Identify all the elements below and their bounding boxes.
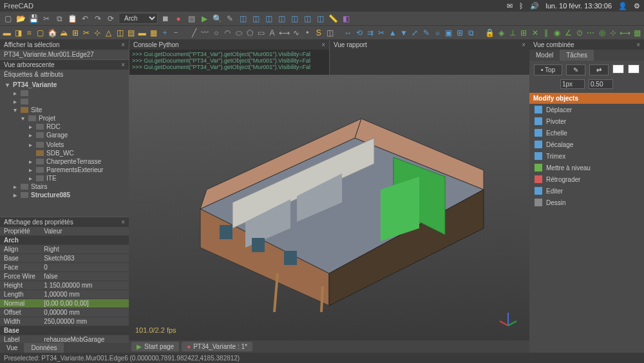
measure-icon[interactable]: 📏 — [328, 14, 338, 24]
task-move[interactable]: Déplacer — [529, 104, 644, 115]
draft-dview-icon[interactable]: ▣ — [444, 28, 453, 38]
snap-ext-icon[interactable]: ⋯ — [587, 28, 595, 38]
close-icon[interactable]: × — [121, 41, 125, 48]
draft-dim-icon[interactable]: ⟷ — [279, 28, 289, 38]
top-icon[interactable]: ◫ — [263, 14, 274, 24]
snap-wp-icon[interactable]: ▦ — [633, 28, 641, 38]
font-size-input[interactable] — [589, 79, 613, 89]
draft-bspline-icon[interactable]: ∿ — [292, 28, 300, 38]
draft-downgrade-icon[interactable]: ▼ — [399, 28, 408, 38]
workbench-selector[interactable]: Arch — [118, 13, 158, 24]
task-offset[interactable]: Décalage — [529, 139, 644, 150]
volume-icon[interactable]: 🔊 — [530, 2, 539, 10]
cut-icon[interactable]: ✂ — [41, 14, 52, 24]
snap-ortho-icon[interactable]: ⊹ — [609, 28, 617, 38]
task-downgrade[interactable]: Rétrograder — [529, 173, 644, 185]
part-icon[interactable]: ◧ — [341, 14, 351, 24]
draft-trimex-icon[interactable]: ✂ — [377, 28, 386, 38]
face-color-swatch[interactable] — [612, 64, 624, 74]
macro-play-icon[interactable]: ▶ — [199, 14, 209, 24]
right-icon[interactable]: ◫ — [276, 14, 287, 24]
refresh-icon[interactable]: ⟳ — [106, 14, 116, 24]
snap-lock-icon[interactable]: 🔒 — [485, 28, 495, 38]
snap-mid-icon[interactable]: ◈ — [497, 28, 506, 38]
snap-near-icon[interactable]: ◎ — [598, 28, 606, 38]
arch-floor-icon[interactable]: ▢ — [36, 28, 44, 38]
tree-site[interactable]: Site — [31, 106, 42, 113]
tab-tasks[interactable]: Tâches — [560, 50, 594, 61]
arch-frame-icon[interactable]: ▦ — [149, 28, 158, 38]
tree-item[interactable]: ParementsExterieur — [46, 166, 103, 173]
props-table[interactable]: PropriétéValeur Arch AlignRight BaseSket… — [0, 227, 129, 343]
task-section-head[interactable]: Modify objects — [529, 93, 644, 104]
draft-point-icon[interactable]: • — [303, 28, 312, 38]
arch-panel-icon[interactable]: ▬ — [138, 28, 146, 38]
snap-ang-icon[interactable]: ∠ — [564, 28, 573, 38]
draft-polygon-icon[interactable]: ⬠ — [245, 28, 254, 38]
macro-list-icon[interactable]: ▤ — [186, 14, 196, 24]
snap-end-icon[interactable]: ◉ — [553, 28, 562, 38]
cmode-button[interactable]: ⇄ — [589, 64, 609, 75]
snap-int-icon[interactable]: ✕ — [531, 28, 539, 38]
tree-stairs[interactable]: Stairs — [31, 183, 48, 190]
tree-item[interactable]: SDB_WC — [46, 150, 74, 157]
left-icon[interactable]: ◫ — [315, 14, 325, 24]
draft-w2s-icon[interactable]: ⟐ — [433, 28, 442, 38]
tab-model[interactable]: Model — [529, 50, 560, 61]
draft-wire-icon[interactable]: 〰 — [201, 28, 209, 38]
tree-item[interactable]: CharpenteTerrasse — [46, 158, 101, 165]
paste-icon[interactable]: 📋 — [67, 14, 77, 24]
user-icon[interactable]: 👤 — [618, 2, 627, 10]
snap-perp-icon[interactable]: ⊥ — [508, 28, 516, 38]
task-rotate[interactable]: Pivoter — [529, 115, 644, 127]
draft-facebinder-icon[interactable]: ◫ — [325, 28, 334, 38]
draft-arc-icon[interactable]: ◠ — [223, 28, 231, 38]
zoom-fit-icon[interactable]: 🔍 — [212, 14, 222, 24]
open-icon[interactable]: 📂 — [15, 14, 26, 24]
tree-projet[interactable]: Projet — [39, 115, 55, 122]
iso-icon[interactable]: ◫ — [238, 14, 248, 24]
draft-upgrade-icon[interactable]: ▲ — [388, 28, 397, 38]
snap-grid-icon[interactable]: ⊞ — [519, 28, 527, 38]
prop-tab-vue[interactable]: Vue — [0, 343, 24, 353]
task-trimex[interactable]: Trimex — [529, 150, 644, 162]
line-color-swatch[interactable] — [628, 64, 639, 74]
draft-shapestring-icon[interactable]: S — [314, 28, 323, 38]
tab-document[interactable]: ●PT34_Variante : 1* — [182, 342, 252, 351]
arch-axis-icon[interactable]: ⊹ — [93, 28, 102, 38]
draft-line-icon[interactable]: ╱ — [189, 28, 198, 38]
draft-edit-icon[interactable]: ✎ — [422, 28, 430, 38]
arch-wall-icon[interactable]: ▬ — [3, 28, 11, 38]
draft-rect-icon[interactable]: ▭ — [257, 28, 265, 38]
draft-ellipse-icon[interactable]: ⬭ — [234, 28, 243, 38]
prop-tab-data[interactable]: Données — [24, 343, 64, 353]
draft-scale-icon[interactable]: ⤢ — [411, 28, 419, 38]
tree-item[interactable]: RDC — [46, 123, 61, 130]
arch-remove-icon[interactable]: － — [171, 28, 180, 38]
plane-button[interactable]: • Top — [534, 64, 562, 75]
rear-icon[interactable]: ◫ — [289, 14, 299, 24]
tree-item[interactable]: Garage — [46, 132, 68, 139]
python-console[interactable]: >>> Gui.getDocument("PT34_Var").getObjec… — [129, 50, 329, 75]
task-upgrade[interactable]: Mettre à niveau — [529, 162, 644, 173]
draw-style-icon[interactable]: ✎ — [225, 14, 235, 24]
front-icon[interactable]: ◫ — [251, 14, 261, 24]
mail-icon[interactable]: ✉ — [507, 2, 513, 10]
save-icon[interactable]: 💾 — [28, 14, 39, 24]
settings-icon[interactable]: ⚙ — [634, 2, 640, 10]
task-scale[interactable]: Echelle — [529, 127, 644, 139]
3d-viewport[interactable]: 101.0/2.2 fps — [129, 75, 529, 340]
close-icon[interactable]: × — [121, 219, 125, 226]
tab-start-page[interactable]: ▶Start page — [131, 342, 179, 351]
draft-text-icon[interactable]: A — [268, 28, 276, 38]
tree-root[interactable]: PT34_Variante — [13, 81, 57, 88]
tree-body[interactable]: ▾PT34_Variante ▸ ▸ ▾Site ▾Projet ▸RDC ▸G… — [0, 79, 129, 217]
arch-struct-icon[interactable]: ◨ — [14, 28, 22, 38]
draft-circle-icon[interactable]: ○ — [212, 28, 220, 38]
redo-icon[interactable]: ↷ — [93, 14, 103, 24]
snap-cen-icon[interactable]: ⊙ — [575, 28, 583, 38]
copy-icon[interactable]: ⧉ — [54, 14, 64, 24]
arch-add-icon[interactable]: ＋ — [160, 28, 169, 38]
task-edit[interactable]: Editer — [529, 185, 644, 197]
new-icon[interactable]: ▢ — [3, 14, 13, 24]
